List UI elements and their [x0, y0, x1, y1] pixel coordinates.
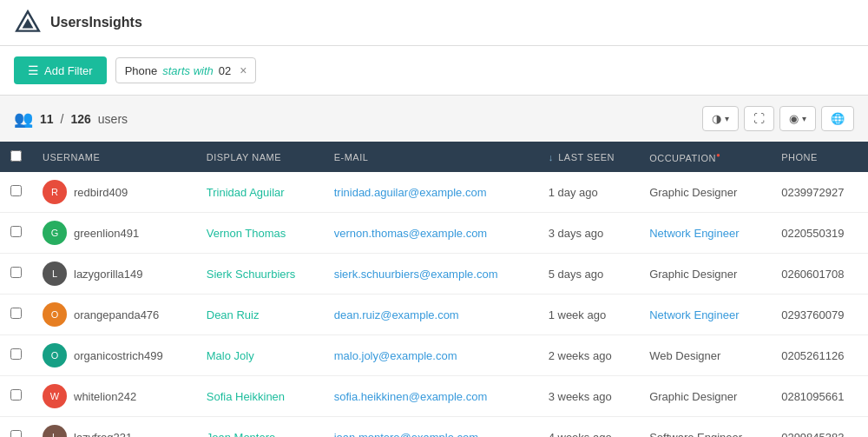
- select-all-checkbox[interactable]: [10, 150, 22, 162]
- phone-value: 0205261126: [781, 349, 844, 362]
- fullscreen-button[interactable]: ⛶: [744, 106, 774, 131]
- row-email-cell[interactable]: sofia.heikkinen@example.com: [324, 376, 538, 417]
- row-checkbox[interactable]: [10, 389, 22, 401]
- row-email-cell[interactable]: malo.joly@example.com: [324, 335, 538, 376]
- display-name: Dean Ruiz: [207, 308, 260, 321]
- add-filter-label: Add Filter: [44, 64, 93, 77]
- col-header-occupation[interactable]: OCCUPATION●: [639, 142, 771, 172]
- expand-icon: ⛶: [753, 112, 765, 125]
- filter-field: Phone: [125, 64, 158, 77]
- email-link[interactable]: joan.montero@example.com: [334, 431, 478, 438]
- phone-value: 0299845383: [781, 431, 844, 438]
- users-table: USERNAME DISPLAY NAME E-MAIL ↓ LAST SEEN…: [0, 142, 868, 437]
- email-link[interactable]: trinidad.aguilar@example.com: [334, 186, 487, 199]
- col-header-phone[interactable]: PHONE: [771, 142, 868, 172]
- table-header-row: USERNAME DISPLAY NAME E-MAIL ↓ LAST SEEN…: [0, 142, 868, 172]
- row-checkbox[interactable]: [10, 267, 22, 278]
- last-seen-value: 3 days ago: [549, 227, 604, 240]
- visibility-button[interactable]: ◉ ▾: [779, 106, 816, 131]
- row-username-cell: L lazygorilla149: [32, 254, 196, 295]
- row-checkbox-cell[interactable]: [0, 376, 32, 417]
- row-checkbox[interactable]: [10, 348, 22, 360]
- row-occupation-cell[interactable]: Network Engineer: [639, 213, 771, 254]
- row-display-name-cell: Vernon Thomas: [196, 213, 324, 254]
- user-count-display: 👥 11 / 126 users: [14, 109, 128, 129]
- email-link[interactable]: sofia.heikkinen@example.com: [334, 390, 488, 403]
- row-phone-cell: 0239972927: [771, 172, 868, 213]
- row-checkbox-cell[interactable]: [0, 254, 32, 295]
- row-email-cell[interactable]: joan.montero@example.com: [324, 417, 538, 438]
- row-occupation-cell: Web Designer: [639, 335, 771, 376]
- users-label: users: [98, 112, 128, 126]
- row-email-cell[interactable]: vernon.thomas@example.com: [324, 213, 538, 254]
- chevron-down-icon-2: ▾: [802, 114, 806, 123]
- row-last-seen-cell: 3 weeks ago: [538, 376, 640, 417]
- row-checkbox[interactable]: [10, 226, 22, 237]
- email-link[interactable]: malo.joly@example.com: [334, 349, 457, 362]
- row-username-cell: O orangepanda476: [32, 295, 196, 335]
- email-link[interactable]: vernon.thomas@example.com: [334, 227, 488, 240]
- display-name: Trinidad Aguilar: [207, 186, 285, 199]
- row-last-seen-cell: 2 weeks ago: [538, 335, 640, 376]
- users-table-container: USERNAME DISPLAY NAME E-MAIL ↓ LAST SEEN…: [0, 142, 868, 437]
- email-link[interactable]: dean.ruiz@example.com: [334, 308, 459, 321]
- row-occupation-cell: Graphic Designer: [639, 376, 771, 417]
- table-row: W whitelion242 Sofia Heikkinen sofia.hei…: [0, 376, 868, 417]
- row-checkbox[interactable]: [10, 185, 22, 196]
- last-seen-value: 5 days ago: [549, 268, 604, 281]
- row-checkbox-cell[interactable]: [0, 213, 32, 254]
- row-display-name-cell: Sofia Heikkinen: [196, 376, 324, 417]
- select-all-header[interactable]: [0, 142, 32, 172]
- col-header-last-seen[interactable]: ↓ LAST SEEN: [538, 142, 640, 172]
- columns-toggle-button[interactable]: ◑ ▾: [702, 106, 739, 131]
- table-row: R redbird409 Trinidad Aguilar trinidad.a…: [0, 172, 868, 213]
- total-count: 126: [70, 112, 90, 126]
- globe-icon: 🌐: [831, 112, 845, 125]
- username-text: organicostrich499: [74, 349, 163, 362]
- avatar-initials: O: [51, 350, 59, 361]
- row-email-cell[interactable]: dean.ruiz@example.com: [324, 295, 538, 335]
- phone-value: 0260601708: [781, 268, 844, 281]
- row-checkbox-cell[interactable]: [0, 295, 32, 335]
- row-display-name-cell: Sierk Schuurbiers: [196, 254, 324, 295]
- export-button[interactable]: 🌐: [821, 106, 854, 131]
- row-checkbox[interactable]: [10, 308, 22, 319]
- row-last-seen-cell: 3 days ago: [538, 213, 640, 254]
- table-row: O orangepanda476 Dean Ruiz dean.ruiz@exa…: [0, 295, 868, 335]
- email-link[interactable]: sierk.schuurbiers@example.com: [334, 268, 498, 281]
- filter-remove-button[interactable]: ×: [240, 63, 247, 77]
- users-icon: 👥: [14, 109, 33, 129]
- occupation-link[interactable]: Network Engineer: [649, 308, 739, 321]
- display-name: Joan Montero: [207, 431, 276, 438]
- avatar-initials: L: [52, 432, 57, 437]
- display-name: Sofia Heikkinen: [207, 390, 285, 403]
- col-header-display-name[interactable]: DISPLAY NAME: [196, 142, 324, 172]
- username-text: whitelion242: [74, 390, 136, 403]
- avatar: G: [43, 221, 67, 245]
- row-checkbox[interactable]: [10, 430, 22, 437]
- avatar: R: [43, 180, 67, 204]
- row-checkbox-cell[interactable]: [0, 172, 32, 213]
- table-row: L lazygorilla149 Sierk Schuurbiers sierk…: [0, 254, 868, 295]
- phone-value: 0293760079: [781, 308, 844, 321]
- row-phone-cell: 0299845383: [771, 417, 868, 438]
- username-text: redbird409: [74, 186, 128, 199]
- app-name: UsersInsights: [50, 15, 142, 30]
- avatar-initials: R: [51, 187, 58, 197]
- row-email-cell[interactable]: sierk.schuurbiers@example.com: [324, 254, 538, 295]
- avatar-initials: W: [50, 391, 59, 401]
- occupation-link[interactable]: Network Engineer: [649, 227, 739, 240]
- row-checkbox-cell[interactable]: [0, 417, 32, 438]
- col-header-email[interactable]: E-MAIL: [324, 142, 538, 172]
- row-occupation-cell[interactable]: Network Engineer: [639, 295, 771, 335]
- add-filter-button[interactable]: ☰ Add Filter: [14, 56, 107, 84]
- row-occupation-cell: Graphic Designer: [639, 254, 771, 295]
- col-header-username[interactable]: USERNAME: [32, 142, 196, 172]
- filter-value: 02: [219, 64, 231, 77]
- row-last-seen-cell: 1 week ago: [538, 295, 640, 335]
- row-email-cell[interactable]: trinidad.aguilar@example.com: [324, 172, 538, 213]
- row-username-cell: W whitelion242: [32, 376, 196, 417]
- table-row: G greenlion491 Vernon Thomas vernon.thom…: [0, 213, 868, 254]
- row-checkbox-cell[interactable]: [0, 335, 32, 376]
- last-seen-value: 3 weeks ago: [549, 390, 612, 403]
